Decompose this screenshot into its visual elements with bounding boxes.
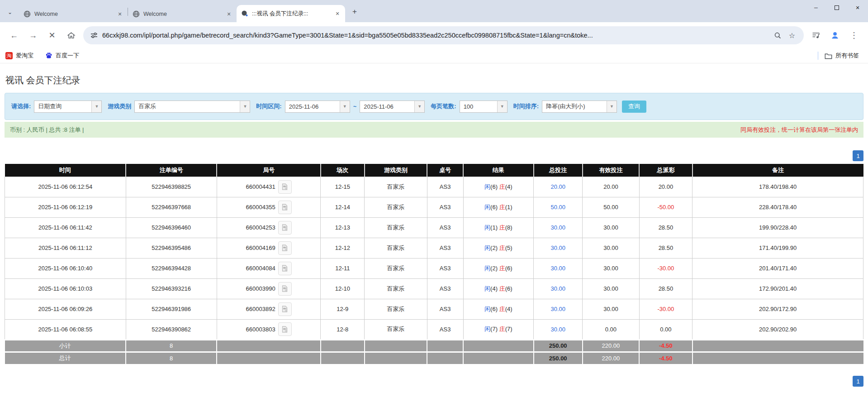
table-row: 2025-11-06 06:10:40 522946394428 6600040… bbox=[5, 258, 863, 278]
video-replay-button[interactable] bbox=[278, 282, 292, 296]
video-replay-button[interactable] bbox=[278, 322, 292, 336]
round-number: 660004169 bbox=[246, 244, 275, 251]
tab-close-icon[interactable]: ✕ bbox=[225, 10, 233, 18]
window-minimize-button[interactable]: ─ bbox=[806, 0, 826, 15]
total-bet-link[interactable]: 50.00 bbox=[534, 197, 583, 217]
tab-title: :::视讯 会员下注纪录::: bbox=[252, 10, 331, 18]
total-bet-link[interactable]: 30.00 bbox=[534, 217, 583, 238]
bet-id: 522946394428 bbox=[126, 258, 217, 278]
banker-score: (6) bbox=[505, 285, 512, 292]
video-replay-button[interactable] bbox=[278, 221, 292, 235]
table-code: AS3 bbox=[427, 177, 463, 197]
date-to-select[interactable]: 2025-11-06 ▼ bbox=[360, 101, 425, 113]
video-replay-button[interactable] bbox=[278, 241, 292, 255]
valid-bet: 50.00 bbox=[583, 197, 639, 217]
all-bookmarks-button[interactable]: 所有书签 bbox=[825, 52, 859, 60]
video-replay-button[interactable] bbox=[278, 302, 292, 316]
tab-betrecord-active[interactable]: :::视讯 会员下注纪录::: ✕ bbox=[237, 5, 345, 22]
chevron-down-icon[interactable]: ▼ bbox=[414, 101, 424, 112]
tab-welcome-1[interactable]: Welcome ✕ bbox=[19, 6, 128, 22]
page-1-button[interactable]: 1 bbox=[853, 376, 863, 387]
chevron-down-icon[interactable]: ▼ bbox=[497, 101, 507, 112]
tab-search-button[interactable]: ⌄ bbox=[4, 6, 16, 19]
game-type-select[interactable]: 百家乐 ▼ bbox=[134, 101, 250, 113]
bet-id: 522946396460 bbox=[126, 217, 217, 238]
game-type: 百家乐 bbox=[365, 299, 427, 319]
site-settings-icon[interactable] bbox=[90, 32, 98, 39]
tab-welcome-2[interactable]: Welcome ✕ bbox=[128, 6, 237, 22]
all-bookmarks-label: 所有书签 bbox=[835, 52, 859, 60]
new-tab-button[interactable]: + bbox=[349, 6, 360, 18]
page-size-label: 每页笔数: bbox=[431, 102, 456, 110]
search-button[interactable]: 查询 bbox=[622, 101, 646, 113]
payout: 28.50 bbox=[639, 238, 693, 258]
col-time: 时间 bbox=[5, 164, 126, 177]
chevron-down-icon[interactable]: ▼ bbox=[340, 101, 350, 112]
player-score: (6) bbox=[490, 204, 498, 211]
bookmark-baidu[interactable]: 百度一下 bbox=[45, 52, 79, 60]
total-bet-link[interactable]: 30.00 bbox=[534, 238, 583, 258]
total-bet-link[interactable]: 20.00 bbox=[534, 177, 583, 197]
window-close-button[interactable]: ✕ bbox=[847, 0, 868, 15]
session: 12-12 bbox=[321, 238, 365, 258]
page-size-select[interactable]: 100 ▼ bbox=[460, 101, 508, 113]
valid-bet: 30.00 bbox=[583, 238, 639, 258]
banker-label: 庄 bbox=[499, 204, 505, 211]
url-text[interactable]: 66cxkj98.com/ipl/portal.php/game/betreco… bbox=[102, 32, 769, 39]
bookmark-aitaobao[interactable]: 淘 爱淘宝 bbox=[5, 52, 33, 60]
bet-time: 2025-11-06 06:12:19 bbox=[5, 197, 126, 217]
query-type-select[interactable]: 日期查询 ▼ bbox=[34, 101, 102, 113]
total-bet-link[interactable]: 30.00 bbox=[534, 299, 583, 319]
table-row: 2025-11-06 06:12:54 522946398825 6600044… bbox=[5, 177, 863, 197]
chevron-down-icon[interactable]: ▼ bbox=[240, 101, 250, 112]
site-favicon bbox=[241, 10, 248, 17]
table-header-row: 时间 注单编号 局号 场次 游戏类别 桌号 结果 总投注 有效投注 总派彩 备注 bbox=[5, 164, 863, 177]
page-1-button[interactable]: 1 bbox=[853, 150, 863, 161]
total-valid-bet: 220.00 bbox=[583, 352, 639, 364]
banker-label: 庄 bbox=[499, 183, 505, 190]
bet-time: 2025-11-06 06:11:12 bbox=[5, 238, 126, 258]
game-type: 百家乐 bbox=[365, 177, 427, 197]
game-type-label: 游戏类别 bbox=[108, 102, 131, 110]
remark: 202.90/172.90 bbox=[693, 299, 863, 319]
round-cell: 660003892 bbox=[217, 299, 321, 319]
total-bet-link[interactable]: 30.00 bbox=[534, 278, 583, 299]
game-type: 百家乐 bbox=[365, 217, 427, 238]
valid-bet: 30.00 bbox=[583, 217, 639, 238]
sort-select[interactable]: 降幂(由大到小) ▼ bbox=[542, 101, 617, 113]
chevron-down-icon[interactable]: ▼ bbox=[607, 101, 617, 112]
banker-label: 庄 bbox=[499, 326, 505, 332]
zoom-icon[interactable] bbox=[771, 29, 784, 42]
tab-close-icon[interactable]: ✕ bbox=[116, 10, 124, 18]
col-total-bet: 总投注 bbox=[534, 164, 583, 177]
date-from-select[interactable]: 2025-11-06 ▼ bbox=[285, 101, 350, 113]
profile-avatar[interactable] bbox=[827, 28, 843, 43]
total-count: 8 bbox=[126, 352, 217, 364]
bookmark-star-icon[interactable]: ☆ bbox=[786, 29, 798, 42]
address-bar[interactable]: 66cxkj98.com/ipl/portal.php/game/betreco… bbox=[83, 26, 804, 44]
video-replay-button[interactable] bbox=[278, 201, 292, 214]
game-type: 百家乐 bbox=[365, 278, 427, 299]
globe-icon bbox=[133, 10, 140, 18]
total-bet-link[interactable]: 30.00 bbox=[534, 258, 583, 278]
forward-button[interactable]: → bbox=[25, 28, 41, 43]
bookmark-label: 爱淘宝 bbox=[16, 52, 33, 60]
browser-menu-icon[interactable]: ⋮ bbox=[846, 28, 862, 43]
chevron-down-icon[interactable]: ▼ bbox=[91, 101, 101, 112]
home-button[interactable] bbox=[63, 28, 79, 43]
table-body: 2025-11-06 06:12:54 522946398825 6600044… bbox=[5, 177, 863, 340]
video-icon bbox=[281, 305, 289, 313]
tab-close-icon[interactable]: ✕ bbox=[333, 10, 342, 18]
video-replay-button[interactable] bbox=[278, 262, 292, 275]
round-cell: 660004253 bbox=[217, 217, 321, 238]
date-from-value: 2025-11-06 bbox=[285, 101, 340, 112]
media-controls-icon[interactable] bbox=[808, 28, 824, 43]
video-icon bbox=[281, 224, 289, 231]
window-maximize-button[interactable] bbox=[826, 0, 847, 15]
stop-button[interactable]: ✕ bbox=[44, 28, 60, 43]
back-button[interactable]: ← bbox=[6, 28, 22, 43]
player-label: 闲 bbox=[484, 204, 490, 211]
round-cell: 660003803 bbox=[217, 319, 321, 340]
video-replay-button[interactable] bbox=[278, 180, 292, 194]
total-bet-link[interactable]: 30.00 bbox=[534, 319, 583, 340]
